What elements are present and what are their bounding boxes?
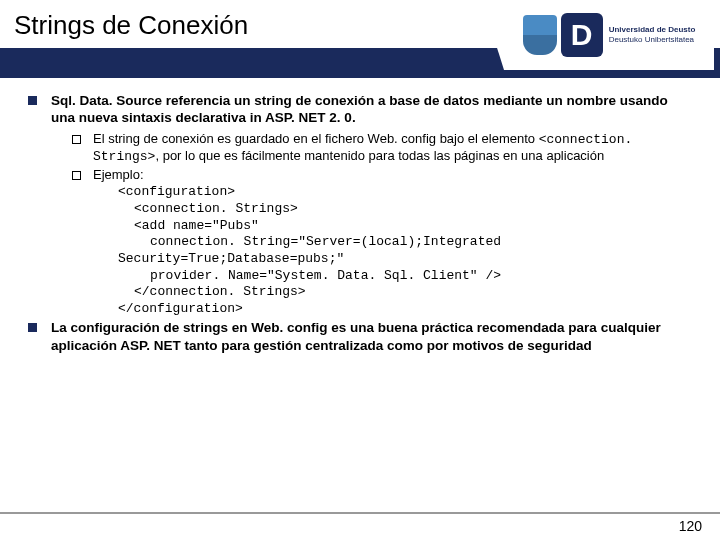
sub-item: El string de conexión es guardado en el … xyxy=(72,131,692,166)
slide-content: Sql. Data. Source referencia un string d… xyxy=(0,78,720,354)
sub-text: El string de conexión es guardado en el … xyxy=(93,131,692,166)
slide-header: Strings de Conexión D Universidad de Deu… xyxy=(0,0,720,78)
code-line: connection. String="Server=(local);Integ… xyxy=(94,234,692,251)
hollow-square-icon xyxy=(72,135,81,144)
code-line: <add name="Pubs" xyxy=(94,218,692,235)
sub-list: El string de conexión es guardado en el … xyxy=(72,131,692,184)
square-bullet-icon xyxy=(28,96,37,105)
logo-letter: D xyxy=(561,13,603,57)
code-line: Security=True;Database=pubs;" xyxy=(94,251,692,268)
code-line: <configuration> xyxy=(94,184,692,201)
hollow-square-icon xyxy=(72,171,81,180)
university-logo: D Universidad de Deusto Deustuko Unibert… xyxy=(504,0,714,70)
sub-pre: El string de conexión es guardado en el … xyxy=(93,131,539,146)
code-example: <configuration> <connection. Strings> <a… xyxy=(94,184,692,317)
bullet-item: Sql. Data. Source referencia un string d… xyxy=(28,92,692,127)
code-line: provider. Name="System. Data. Sql. Clien… xyxy=(94,268,692,285)
sub-post: , por lo que es fácilmente mantenido par… xyxy=(155,148,604,163)
sub-text: Ejemplo: xyxy=(93,167,144,184)
sub-item: Ejemplo: xyxy=(72,167,692,184)
bullet-text: La configuración de strings en Web. conf… xyxy=(51,319,692,354)
logo-line2: Deustuko Unibertsitatea xyxy=(609,35,696,45)
code-line: </connection. Strings> xyxy=(94,284,692,301)
bullet-item: La configuración de strings en Web. conf… xyxy=(28,319,692,354)
footer-divider xyxy=(0,512,720,514)
logo-line1: Universidad de Deusto xyxy=(609,25,696,35)
code-line: </configuration> xyxy=(94,301,692,318)
square-bullet-icon xyxy=(28,323,37,332)
bullet-text: Sql. Data. Source referencia un string d… xyxy=(51,92,692,127)
page-number: 120 xyxy=(679,518,702,534)
logo-text: Universidad de Deusto Deustuko Unibertsi… xyxy=(609,25,696,44)
code-line: <connection. Strings> xyxy=(94,201,692,218)
shield-icon xyxy=(523,15,557,55)
